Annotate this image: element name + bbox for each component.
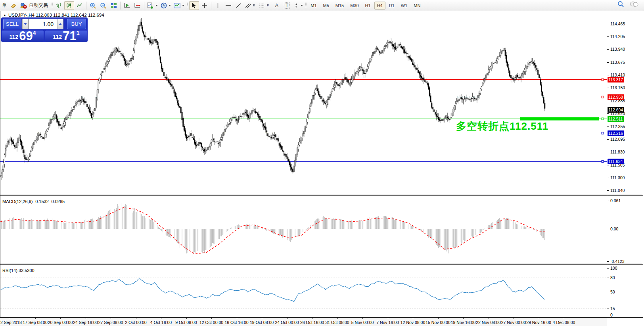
auto-trading-button[interactable]: 自动交易 [19,1,50,10]
sell-quote-button[interactable]: 112 69 4 [2,31,44,42]
line-handle[interactable] [602,118,604,120]
axis-tick [607,201,609,201]
buy-quote-button[interactable]: 112 71 1 [45,31,87,42]
horizontal-line-tool-icon[interactable] [223,1,233,10]
date-label: 31 Oct 08:00 [325,320,349,325]
line-handle[interactable] [602,132,604,134]
auto-trading-label: 自动交易 [28,2,49,9]
periods-icon[interactable] [159,1,172,10]
macd-tick-0.361: 0.361 [610,198,621,203]
chevron-down-icon [301,5,303,6]
text-tool-icon[interactable]: A [272,1,282,10]
tile-windows-icon[interactable] [109,1,119,10]
indicators-icon[interactable] [146,1,159,10]
cursor-tool-icon[interactable] [189,1,199,10]
date-tick [287,318,288,319]
volume-input[interactable] [29,19,57,29]
timeframe-m5[interactable]: M5 [320,2,332,10]
candlestick-chart-icon[interactable] [64,1,74,10]
line-handle[interactable] [602,96,604,98]
bar-chart-icon[interactable] [54,1,64,10]
zoom-in-icon[interactable] [88,1,98,10]
toolbar-grip [187,2,188,9]
text-label-tool-icon[interactable]: T [282,1,292,10]
price-axis-border [607,11,607,317]
pivot-annotation-text[interactable]: 多空转折点112.511 [456,119,548,133]
toolbar-right [617,1,638,8]
rsi-tick-15: 15 [610,306,615,311]
date-label: 12 Sep 2018 [0,320,22,325]
timeframe-m1[interactable]: M1 [308,2,319,10]
chat-icon[interactable] [630,1,638,8]
zoom-out-icon[interactable] [98,1,108,10]
axis-tick [607,178,609,178]
date-label: 26 Oct 16:00 [300,320,324,325]
price-label-112.694: 112.694 [608,107,624,113]
ticket-icon[interactable] [8,1,18,10]
price-tick-113.940: 113.940 [610,47,625,52]
chart-title: ▲ USDJPY-,H4 112.803 112.841 112.642 112… [3,13,104,17]
rsi-indicator-label: RSI(14) 33.5300 [2,268,34,273]
date-label: 12 Oct 00:00 [199,320,223,325]
timeframe-mn[interactable]: MN [411,2,423,10]
macd-tick-0.00: 0.00 [610,226,618,231]
date-tick [60,318,61,319]
fibonacci-tool-icon[interactable]: F [258,1,271,10]
panel-splitter-rsi[interactable] [0,263,643,265]
date-tick [388,318,388,319]
rsi-tick-100: 100 [610,266,617,270]
timeframe-w1[interactable]: W1 [398,2,410,10]
one-click-trading-panel: SELL BUY 112 69 4 112 71 1 [1,17,88,42]
date-label: 22 Nov 08:00 [476,320,500,325]
timeframe-d1[interactable]: D1 [386,2,397,10]
date-tick [136,318,136,319]
timeframe-h4[interactable]: H4 [374,2,385,10]
buy-price-prefix: 112 [53,34,62,40]
auto-scroll-icon[interactable] [122,1,132,10]
collapse-icon[interactable]: ▲ [3,13,6,17]
date-label: 4 Oct 16:00 [150,320,172,325]
chart-shift-icon[interactable] [132,1,142,10]
date-label: 17 Sep 08:00 [23,320,47,325]
rsi-tick-80: 80 [610,275,615,280]
price-tick-114.205: 114.205 [610,34,625,39]
line-chart-icon[interactable] [75,1,84,10]
axis-tick [607,278,609,278]
date-label: 5 Nov 00:00 [351,320,374,325]
vertical-line-tool-icon[interactable] [213,1,223,10]
axis-tick [607,75,609,75]
line-handle[interactable] [602,161,604,163]
price-label-113.317: 113.317 [608,77,624,82]
timeframe-toolbar: M1M5M15M30H1H4D1W1MN [308,2,423,10]
price-tick-111.040: 111.040 [610,188,625,193]
panel-splitter-macd[interactable] [0,194,643,196]
channel-tool-icon[interactable]: E [244,1,257,10]
price-tick-114.465: 114.465 [610,21,625,26]
date-label: 4 Dec 08:00 [553,320,575,325]
new-order-button[interactable]: 单 [1,2,8,9]
trendline-tool-icon[interactable] [234,1,243,10]
date-label: 27 Nov 00:00 [501,320,526,325]
timeframe-m30[interactable]: M30 [347,2,361,10]
arrows-tool-icon[interactable] [292,1,304,10]
volume-increase-button[interactable] [57,19,63,29]
date-tick [438,318,439,319]
fibonacci-badge: F [266,4,270,7]
rsi-tick-50: 50 [610,290,615,294]
sell-button[interactable]: SELL [3,19,21,29]
mt4-window: 单 自动交易 [0,0,644,326]
timeframe-m15[interactable]: M15 [333,2,347,10]
templates-icon[interactable] [172,1,186,10]
toolbar-grip [305,2,307,9]
volume-decrease-button[interactable] [22,19,29,29]
crosshair-tool-icon[interactable] [199,1,209,10]
line-handle[interactable] [602,79,604,81]
axis-tick [607,268,609,268]
axis-tick [607,139,609,140]
date-tick [262,318,262,319]
search-icon[interactable] [617,1,624,8]
toolbar-grip [52,2,53,9]
buy-button[interactable]: BUY [67,19,86,29]
price-tick-113.675: 113.675 [610,60,625,65]
timeframe-h1[interactable]: H1 [362,2,374,10]
